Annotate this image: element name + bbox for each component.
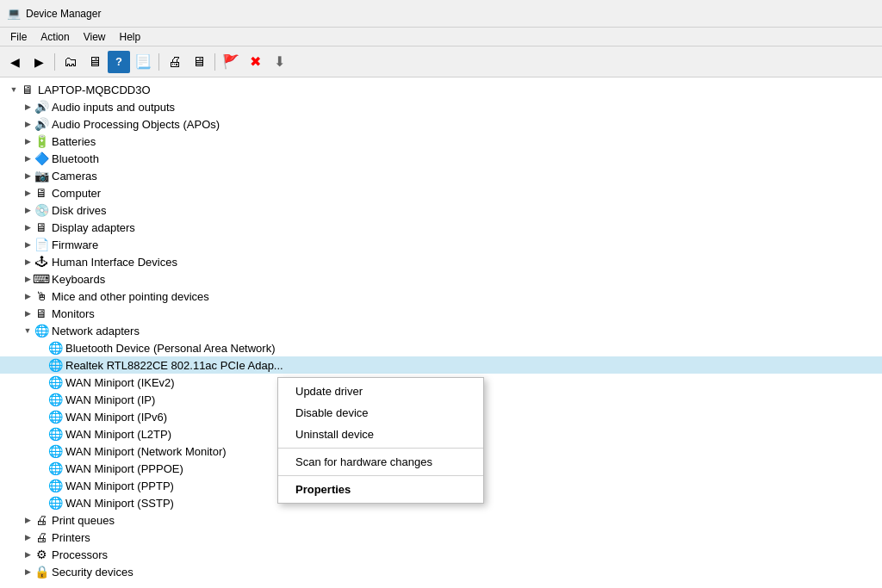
list-item[interactable]: ▶ 🖨 Print queues — [0, 511, 882, 529]
toolbar-print[interactable]: 🖨 — [164, 51, 186, 73]
chevron-right-icon[interactable]: ▶ — [21, 548, 34, 561]
chevron-right-icon[interactable]: ▶ — [21, 117, 34, 131]
toolbar-back[interactable]: ◀ — [3, 51, 26, 73]
chevron-right-icon[interactable]: ▶ — [21, 152, 34, 165]
toolbar-flag[interactable]: 🚩 — [220, 51, 242, 73]
list-item[interactable]: ▶ 💿 Disk drives — [0, 201, 882, 219]
toolbar-forward[interactable]: ▶ — [28, 51, 50, 73]
menu-help[interactable]: Help — [113, 29, 148, 45]
title-bar-text: Device Manager — [26, 8, 101, 20]
list-item[interactable]: ▶ 📷 Cameras — [0, 167, 882, 184]
netcard-icon: 🌐 — [48, 358, 62, 372]
netcard-icon: 🌐 — [48, 393, 62, 406]
context-properties[interactable]: Properties — [278, 479, 483, 500]
main-content: ▼ 🖥 LAPTOP-MQBCDD3O ▶ 🔊 Audio inputs and… — [0, 77, 882, 588]
chevron-right-icon[interactable]: ▶ — [21, 100, 34, 114]
chevron-right-icon[interactable]: ▶ — [21, 220, 34, 234]
wan-ip-label: WAN Miniport (IP) — [65, 393, 155, 406]
chevron-right-icon[interactable]: ▶ — [21, 186, 34, 200]
tree-view[interactable]: ▼ 🖥 LAPTOP-MQBCDD3O ▶ 🔊 Audio inputs and… — [0, 77, 882, 588]
toolbar-remove[interactable]: ✖ — [244, 51, 266, 73]
list-item[interactable]: ▶ ⚙ Processors — [0, 546, 882, 563]
netcard-icon: 🌐 — [48, 375, 62, 389]
printers-label: Printers — [52, 531, 90, 544]
chevron-right-icon[interactable]: ▶ — [21, 203, 34, 217]
list-item[interactable]: ▶ 🔋 Batteries — [0, 133, 882, 150]
list-item[interactable]: ▶ 🖥 Computer — [0, 184, 882, 201]
toolbar-help[interactable]: ? — [108, 51, 130, 73]
chevron-right-icon[interactable]: ▶ — [21, 530, 34, 544]
printer-icon: 🖨 — [34, 530, 48, 544]
tree-root-label: LAPTOP-MQBCDD3O — [38, 84, 151, 96]
batteries-label: Batteries — [52, 135, 96, 148]
chevron-right-icon[interactable]: ▶ — [21, 255, 34, 269]
list-item[interactable]: ▶ 📄 Firmware — [0, 236, 882, 253]
netcard-icon: 🌐 — [48, 496, 62, 510]
realtek-item[interactable]: ▶ 🌐 Realtek RTL8822CE 802.11ac PCIe Adap… — [0, 356, 882, 374]
disk-label: Disk drives — [52, 204, 107, 217]
display-label: Display adapters — [52, 221, 135, 234]
chevron-right-icon[interactable]: ▶ — [21, 513, 34, 527]
context-update-driver[interactable]: Update driver — [278, 381, 483, 402]
wan-ikev2-label: WAN Miniport (IKEv2) — [65, 376, 175, 389]
tree-root-toggle[interactable]: ▼ — [7, 83, 21, 96]
list-item[interactable]: ▶ ⌨ Keyboards — [0, 270, 882, 288]
list-item[interactable]: ▶ 🔊 Audio inputs and outputs — [0, 98, 882, 115]
hid-icon: 🕹 — [34, 255, 48, 269]
chevron-right-icon[interactable]: ▶ — [21, 289, 34, 303]
chevron-right-icon[interactable]: ▶ — [21, 565, 34, 579]
list-item[interactable]: ▶ 🖱 Mice and other pointing devices — [0, 288, 882, 305]
menu-file[interactable]: File — [3, 29, 34, 45]
firmware-label: Firmware — [52, 238, 98, 251]
hid-label: Human Interface Devices — [52, 256, 177, 269]
security-label: Security devices — [52, 566, 134, 579]
computer-label: Computer — [52, 187, 101, 200]
toolbar-sep-1 — [54, 53, 55, 71]
mice-label: Mice and other pointing devices — [52, 290, 209, 303]
chevron-right-icon[interactable]: ▶ — [21, 169, 34, 183]
network-adapters-node[interactable]: ▼ 🌐 Network adapters — [0, 322, 882, 339]
list-item[interactable]: ▶ 🌐 Bluetooth Device (Personal Area Netw… — [0, 339, 882, 356]
context-uninstall-device[interactable]: Uninstall device — [278, 424, 483, 445]
battery-icon: 🔋 — [34, 134, 48, 148]
wan-ipv6-label: WAN Miniport (IPv6) — [65, 411, 167, 424]
list-item[interactable]: ▶ 🔒 Security devices — [0, 563, 882, 580]
chevron-right-icon[interactable]: ▶ — [21, 306, 34, 320]
keyboard-label: Keyboards — [52, 273, 105, 286]
toolbar-properties[interactable]: 🗂 — [59, 51, 82, 73]
chevron-right-icon[interactable]: ▶ — [21, 134, 34, 148]
list-item[interactable]: ▶ 🖨 Printers — [0, 529, 882, 546]
list-item[interactable]: ▶ 🕹 Human Interface Devices — [0, 253, 882, 270]
monitor-icon: 🖥 — [34, 306, 48, 320]
toolbar-scan[interactable]: 📃 — [132, 51, 154, 73]
menu-action[interactable]: Action — [34, 29, 76, 45]
toolbar-down[interactable]: ⬇ — [268, 51, 290, 73]
toolbar-display[interactable]: 🖥 — [188, 51, 210, 73]
context-disable-device[interactable]: Disable device — [278, 402, 483, 424]
wan-pppoe-label: WAN Miniport (PPPOE) — [65, 462, 183, 475]
list-item[interactable]: ▶ 🔷 Bluetooth — [0, 150, 882, 167]
list-item[interactable]: ▶ 🖥 Display adapters — [0, 219, 882, 236]
chevron-right-icon[interactable]: ▶ — [21, 238, 34, 251]
wan-sstp-label: WAN Miniport (SSTP) — [65, 497, 174, 510]
list-item[interactable]: ▶ 🔊 Audio Processing Objects (APOs) — [0, 115, 882, 133]
security-icon: 🔒 — [34, 565, 48, 579]
processor-icon: ⚙ — [34, 548, 48, 561]
chevron-down-icon[interactable]: ▼ — [21, 324, 34, 337]
apo-label: Audio Processing Objects (APOs) — [52, 118, 220, 131]
menu-view[interactable]: View — [77, 29, 113, 45]
tree-root[interactable]: ▼ 🖥 LAPTOP-MQBCDD3O — [0, 81, 882, 98]
wan-netmon-label: WAN Miniport (Network Monitor) — [65, 445, 227, 458]
context-scan-hardware[interactable]: Scan for hardware changes — [278, 451, 483, 473]
disk-icon: 💿 — [34, 203, 48, 217]
wan-l2tp-label: WAN Miniport (L2TP) — [65, 428, 171, 441]
menu-bar: File Action View Help — [0, 28, 882, 46]
list-item[interactable]: ▶ 🖥 Monitors — [0, 305, 882, 322]
firmware-icon: 📄 — [34, 238, 48, 251]
app-icon: 💻 — [7, 7, 21, 21]
context-menu: Update driver Disable device Uninstall d… — [277, 377, 484, 504]
keyboard-icon: ⌨ — [34, 272, 48, 286]
toolbar: ◀ ▶ 🗂 🖥 ? 📃 🖨 🖥 🚩 ✖ ⬇ — [0, 46, 882, 77]
toolbar-update[interactable]: 🖥 — [84, 51, 106, 73]
bluetooth-icon: 🔷 — [34, 152, 48, 165]
